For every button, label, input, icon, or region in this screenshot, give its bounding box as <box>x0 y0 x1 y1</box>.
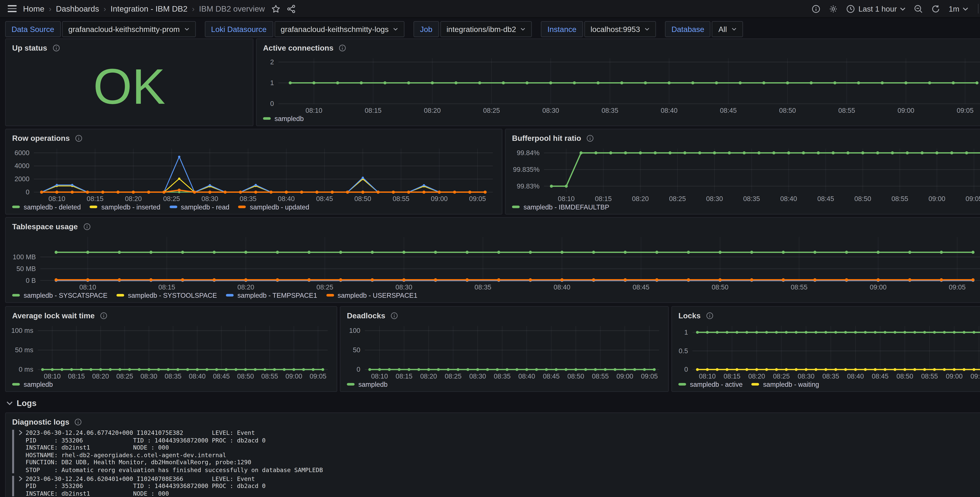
log-text: 2023-06-30-12.24.06.677420+000 I10241075… <box>25 429 255 436</box>
filter-loki-datasource-value[interactable]: grafanacloud-keithschmitty-logs <box>274 21 404 37</box>
dashboard-info-icon[interactable] <box>811 4 821 13</box>
filter-instance-value[interactable]: localhost:9953 <box>584 21 656 37</box>
breadcrumb-folder[interactable]: Integration - IBM DB2 <box>111 4 188 13</box>
legend-series-label: sampledb - SYSCATSPACE <box>24 292 108 299</box>
legend-item[interactable]: sampledb - SYSTOOLSPACE <box>116 292 217 299</box>
chevron-down-icon <box>644 27 650 30</box>
filter-data-source-value[interactable]: grafanacloud-keithschmitty-prom <box>62 21 196 37</box>
settings-gear-icon[interactable] <box>829 4 838 13</box>
filter-value-text: grafanacloud-keithschmitty-prom <box>68 25 180 34</box>
log-text: 2023-06-30-12.24.06.620401+000 I10240708… <box>25 475 255 482</box>
legend-series-marker <box>263 117 270 120</box>
info-icon[interactable] <box>75 134 83 142</box>
info-icon[interactable] <box>339 44 346 52</box>
svg-text:0.5: 0.5 <box>679 347 688 355</box>
share-icon[interactable] <box>286 4 296 13</box>
svg-text:08:35: 08:35 <box>165 373 181 380</box>
panel-title[interactable]: Diagnostic logs <box>12 417 69 426</box>
breadcrumb-home[interactable]: Home <box>23 4 45 13</box>
active-connections-chart[interactable]: 08:1008:1508:2008:2508:3008:3508:4008:45… <box>259 54 980 115</box>
panel-title[interactable]: Locks <box>678 311 700 320</box>
svg-text:50: 50 <box>353 346 360 354</box>
legend-series-marker <box>751 383 759 385</box>
breadcrumb-dashboards[interactable]: Dashboards <box>56 4 99 13</box>
avg-lock-wait-legend: sampledb <box>6 381 337 392</box>
panel-deadlocks: Deadlocks 08:1008:1508:2008:2508:3008:35… <box>340 306 669 392</box>
legend-item[interactable]: sampledb - USERSPACE1 <box>326 292 417 299</box>
panel-title[interactable]: Active connections <box>263 43 333 52</box>
locks-chart[interactable]: 08:1008:1508:2008:2508:3008:3508:4008:45… <box>675 322 980 380</box>
svg-text:100 ms: 100 ms <box>11 327 33 334</box>
deadlocks-legend: sampledb <box>340 381 668 392</box>
row-operations-chart[interactable]: 08:1008:1508:2008:2508:3008:3508:4008:45… <box>8 144 498 203</box>
svg-text:08:15: 08:15 <box>396 373 412 380</box>
tablespace-usage-chart[interactable]: 08:1008:1508:2008:2508:3008:3508:4008:45… <box>8 233 980 291</box>
menu-icon[interactable] <box>8 5 17 12</box>
zoom-out-icon[interactable] <box>914 4 923 13</box>
info-icon[interactable] <box>586 134 594 142</box>
filter-data-source: Data Source grafanacloud-keithschmitty-p… <box>5 21 196 37</box>
filter-loki-datasource: Loki Datasource grafanacloud-keithschmit… <box>205 21 404 37</box>
svg-text:08:55: 08:55 <box>261 373 278 380</box>
legend-item[interactable]: sampledb - TEMPSPACE1 <box>226 292 317 299</box>
panel-title[interactable]: Row operations <box>12 134 70 143</box>
panel-row-operations: Row operations 08:1008:1508:2008:2508:30… <box>5 129 502 215</box>
svg-text:08:50: 08:50 <box>779 107 796 114</box>
legend-item[interactable]: sampledb - deleted <box>12 203 81 211</box>
svg-text:08:20: 08:20 <box>632 195 649 202</box>
info-icon[interactable] <box>75 418 82 425</box>
svg-text:09:00: 09:00 <box>616 373 633 380</box>
svg-text:6000: 6000 <box>14 149 29 156</box>
svg-text:2000: 2000 <box>14 175 29 183</box>
svg-text:08:20: 08:20 <box>748 373 765 380</box>
panel-title[interactable]: Average lock wait time <box>12 311 95 320</box>
info-icon[interactable] <box>83 223 91 230</box>
filter-label: Loki Datasource <box>205 21 273 37</box>
breadcrumb-separator: › <box>103 4 106 13</box>
legend-item[interactable]: sampledb <box>347 381 388 388</box>
svg-text:08:40: 08:40 <box>847 373 864 380</box>
svg-text:08:10: 08:10 <box>48 195 65 202</box>
panel-title[interactable]: Deadlocks <box>347 311 385 320</box>
refresh-icon[interactable] <box>931 4 940 13</box>
svg-text:08:10: 08:10 <box>371 373 388 380</box>
filter-job-value[interactable]: integrations/ibm-db2 <box>440 21 532 37</box>
legend-item[interactable]: sampledb - active <box>678 381 743 388</box>
favorite-star-icon[interactable] <box>271 4 280 13</box>
top-nav: Home › Dashboards › Integration - IBM DB… <box>0 0 980 18</box>
legend-item[interactable]: sampledb - updated <box>238 203 309 211</box>
deadlocks-chart[interactable]: 08:1008:1508:2008:2508:3008:3508:4008:45… <box>343 322 664 380</box>
log-entry[interactable]: 2023-06-30-12.24.06.677420+000 I10241075… <box>12 429 980 474</box>
refresh-interval-picker[interactable]: 1m <box>949 4 968 13</box>
expand-log-icon[interactable] <box>19 475 25 482</box>
info-icon[interactable] <box>100 312 107 319</box>
svg-text:08:35: 08:35 <box>240 195 256 202</box>
info-icon[interactable] <box>390 312 398 319</box>
legend-item[interactable]: sampledb - IBMDEFAULTBP <box>512 203 609 211</box>
filter-database-value[interactable]: All <box>712 21 743 37</box>
panel-title[interactable]: Tablespace usage <box>12 222 78 231</box>
filter-value-text: grafanacloud-keithschmitty-logs <box>281 25 389 34</box>
info-icon[interactable] <box>706 312 713 319</box>
svg-text:08:45: 08:45 <box>633 284 649 291</box>
legend-series-label: sampledb <box>24 381 53 388</box>
svg-text:08:45: 08:45 <box>817 195 834 202</box>
svg-text:0: 0 <box>356 366 360 373</box>
svg-text:08:30: 08:30 <box>542 107 559 114</box>
svg-text:08:30: 08:30 <box>140 373 158 380</box>
logs-section-toggle[interactable]: Logs <box>6 398 37 408</box>
legend-item[interactable]: sampledb <box>12 381 53 388</box>
avg-lock-wait-chart[interactable]: 08:1008:1508:2008:2508:3008:3508:4008:45… <box>8 322 333 380</box>
legend-item[interactable]: sampledb <box>263 115 304 122</box>
time-range-picker[interactable]: Last 1 hour <box>846 4 906 13</box>
expand-log-icon[interactable] <box>19 429 25 436</box>
panel-title[interactable]: Bufferpool hit ratio <box>512 134 581 143</box>
bufferpool-chart[interactable]: 08:1008:1508:2008:2508:3008:3508:4008:45… <box>508 144 980 203</box>
log-entry[interactable]: 2023-06-30-12.24.06.620401+000 I10240708… <box>12 475 980 497</box>
svg-text:08:25: 08:25 <box>773 373 790 380</box>
legend-item[interactable]: sampledb - read <box>169 203 229 211</box>
legend-item[interactable]: sampledb - waiting <box>751 381 819 388</box>
legend-item[interactable]: sampledb - SYSCATSPACE <box>12 292 107 299</box>
legend-item[interactable]: sampledb - inserted <box>90 203 160 211</box>
svg-text:99.835%: 99.835% <box>513 166 539 173</box>
